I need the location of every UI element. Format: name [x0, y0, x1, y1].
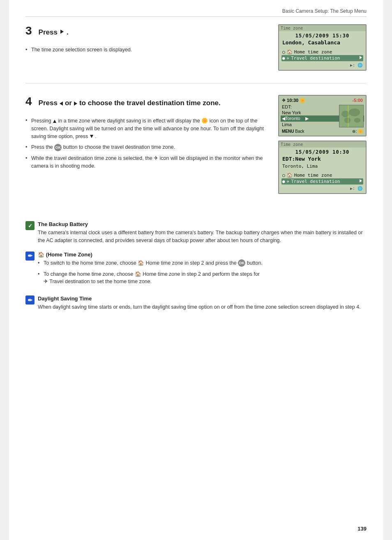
step4-bullets: Pressing in a time zone where daylight s… [25, 117, 268, 170]
daylight-saving-text: When daylight saving time starts or ends… [38, 303, 367, 311]
lcd2-label: Time zone [279, 141, 366, 148]
home-tz-bullet2: To change the home time zone, choose 🏠 H… [38, 270, 367, 286]
pencil-icon2: ✏ [25, 295, 35, 305]
home-tz-bullet1: To switch to the home time zone, choose … [38, 259, 367, 267]
svg-marker-4 [53, 120, 56, 123]
home-icon-title: 🏠 [38, 252, 44, 258]
page: Basic Camera Setup: The Setup Menu Shoot… [9, 0, 383, 540]
svg-marker-2 [60, 102, 63, 106]
step4-number: 4 [25, 96, 32, 107]
plane-icon-1: ✈ [287, 55, 290, 61]
home-timezone-content: 🏠 (Home Time Zone) To switch to the home… [38, 252, 367, 289]
left-arrow-icon [59, 99, 63, 108]
pressing-text: Pressing [31, 118, 53, 124]
step4-or-text: or [65, 99, 72, 108]
home-icon-inline: 🏠 [138, 260, 144, 266]
backup-battery-title: The Backup Battery [38, 221, 367, 227]
ok-btn-inline1: OK [238, 259, 245, 267]
step4-bullet1: Pressing in a time zone where daylight s… [25, 117, 268, 140]
step3-title: Press . [39, 28, 69, 37]
lcd1-city: London, Casablanca [282, 39, 362, 46]
backup-battery-text: The camera's internal clock uses a diffe… [38, 229, 367, 245]
lcd1-row2: ● ✈ Travel destination [281, 55, 363, 61]
lcd1-time: 15/05/2009 15:30 [282, 33, 362, 39]
home-timezone-title-text: (Home Time Zone) [46, 252, 92, 258]
svg-marker-0 [60, 30, 64, 34]
lcd-map-right: -5:00 [352, 98, 363, 103]
step4-bullet2: Press the OK button to choose the travel… [25, 143, 268, 151]
right-arrow-icon2 [74, 99, 78, 108]
sun-icon: 🌼 [201, 118, 208, 124]
lcd1-row1-text: Home time zone [294, 49, 332, 55]
home-timezone-bullets: To switch to the home time zone, choose … [38, 259, 367, 286]
step4-title: Press or to choose the travel destinatio… [39, 99, 221, 108]
plane-icon-2: ✈ [287, 179, 290, 184]
lcd2-time: 15/05/2009 10:30 [282, 149, 362, 155]
lcd2-row2: ● ✈ Travel destination [281, 178, 363, 185]
lcd2-radio2: ● [282, 179, 285, 184]
right-arrow-icon [59, 28, 65, 37]
lcd1-row1: ○ 🏠 Home time zone [282, 49, 362, 55]
lcd-map-footer: MENU Back ⊛: 🌼 [282, 129, 363, 134]
lcd2-radio1: ○ [282, 173, 285, 178]
step3-title-block: Press . [39, 28, 69, 41]
ok-button-icon: OK [54, 144, 62, 151]
home-timezone-title: 🏠 (Home Time Zone) [38, 252, 367, 258]
svg-point-10 [354, 118, 360, 123]
step4-left: 4 Press or to choose the travel destinat… [25, 95, 268, 198]
up-arrow-icon [53, 118, 58, 124]
lcd-map-body: EDT: New York ◀Toronto ▶ Lima [282, 104, 363, 127]
daylight-saving-note: ✏ Daylight Saving Time When daylight sav… [25, 295, 367, 311]
lcd2-row1-text: Home time zone [294, 173, 332, 178]
svg-marker-3 [74, 102, 77, 106]
check-icon: ✓ [25, 221, 35, 230]
svg-marker-12 [360, 179, 362, 182]
pencil-icon: ✏ [25, 252, 35, 261]
step3-bullet1: The time zone selection screen is displa… [25, 46, 268, 54]
home-icon-1: 🏠 [287, 49, 293, 55]
step4-section: 4 Press or to choose the travel destinat… [25, 95, 367, 206]
menu-back: MENU Back [282, 129, 304, 134]
step3-bullets: The time zone selection screen is displa… [25, 46, 268, 54]
backup-battery-content: The Backup Battery The camera's internal… [38, 221, 367, 245]
svg-marker-5 [90, 135, 93, 138]
home-icon-2: 🏠 [287, 173, 293, 178]
step3-header: 3 Press . [25, 24, 268, 41]
lcd2-row2-text: Travel destination [291, 179, 340, 184]
step3-title-press: Press [39, 28, 58, 37]
lcd-map-header: ✈ 10:30 🌼 -5:00 [282, 98, 363, 103]
step4-header: 4 Press or to choose the travel destinat… [25, 95, 268, 112]
down-arrow-icon [90, 134, 95, 139]
plane-inline: ✈ [44, 279, 48, 284]
home-timezone-note: ✏ 🏠 (Home Time Zone) To switch to the ho… [25, 252, 367, 289]
lcd2-row1: ○ 🏠 Home time zone [282, 172, 362, 178]
lcd2-city2: Toronto, Lima [282, 164, 362, 169]
plane-icon-bullet: ✈ [154, 155, 158, 161]
step4-bullet3: While the travel destination time zone i… [25, 155, 268, 170]
lcd1-footer: ▶: 🌐 [282, 63, 362, 67]
lcd-map-left: ✈ 10:30 🌼 [282, 98, 305, 103]
backup-battery-note: ✓ The Backup Battery The camera's intern… [25, 221, 367, 245]
step4-lcd2: Time zone 15/05/2009 10:30 EDT:New York … [278, 141, 367, 194]
header-title: Basic Camera Setup: The Setup Menu [282, 8, 367, 14]
home-icon-inline2: 🏠 [135, 271, 141, 277]
daylight-saving-title: Daylight Saving Time [38, 295, 367, 302]
step4-title-rest: to choose the travel destination time zo… [79, 99, 221, 108]
step3-title-suffix: . [67, 28, 69, 37]
svg-point-8 [349, 108, 360, 116]
svg-marker-1 [360, 56, 362, 59]
lcd2-row2-arrow [359, 179, 362, 184]
lcd1-row2-text: Travel destination [291, 55, 340, 61]
step3-number: 3 [25, 25, 32, 37]
ok-dst: ⊛: 🌼 [352, 129, 363, 134]
lcd1-radio1: ○ [282, 49, 285, 55]
notes-section: ✓ The Backup Battery The camera's intern… [25, 218, 367, 311]
step4-press-text: Press [39, 99, 58, 108]
step3-right: Time zone 15/05/2009 15:30 London, Casab… [278, 24, 367, 75]
lcd1-row2-arrow [359, 55, 362, 61]
lcd2-footer: ▶: 🌐 [282, 186, 362, 191]
lcd-map-visual [339, 105, 364, 127]
step3-section: 3 Press . The time zone sele [25, 24, 367, 83]
svg-point-9 [344, 118, 350, 123]
lcd2-city1: EDT:New York [282, 156, 362, 162]
